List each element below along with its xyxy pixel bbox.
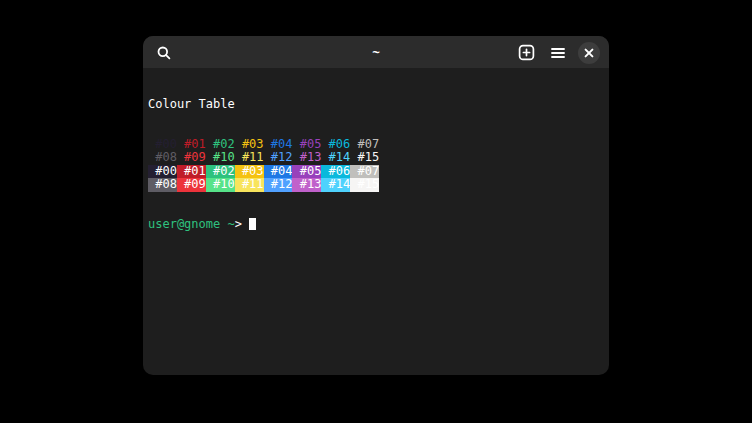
palette-cell: #12 (264, 151, 293, 164)
palette-cell: #14 (321, 178, 350, 191)
palette-cell: #11 (235, 151, 264, 164)
palette-cell: #08 (148, 178, 177, 191)
text-cursor (249, 218, 256, 230)
palette-cell: #09 (177, 151, 206, 164)
colour-table-heading: Colour Table (148, 98, 609, 111)
palette-row-fg: #00 #01 #02 #03 #04 #05 #06 #07 (148, 138, 609, 151)
palette-cell: #14 (321, 151, 350, 164)
search-button[interactable] (152, 41, 176, 65)
palette-cell: #02 (206, 165, 235, 178)
prompt-cwd: ~ (220, 217, 234, 231)
search-icon (156, 45, 172, 61)
palette-cell: #03 (235, 138, 264, 151)
palette-cell: #08 (148, 151, 177, 164)
close-icon (584, 48, 594, 58)
palette-cell: #11 (235, 178, 264, 191)
prompt-symbol: > (235, 217, 242, 231)
palette-cell: #05 (292, 138, 321, 151)
new-tab-icon (518, 44, 535, 61)
console-window: ~ (143, 36, 609, 375)
palette-cell: #01 (177, 138, 206, 151)
desktop: ~ (0, 0, 752, 423)
palette-row-fg: #08 #09 #10 #11 #12 #13 #14 #15 (148, 151, 609, 164)
palette-cell: #06 (321, 165, 350, 178)
prompt-user-host: user@gnome (148, 217, 220, 231)
terminal-screen[interactable]: Colour Table #00 #01 #02 #03 #04 #05 #06… (143, 69, 609, 375)
headerbar-controls (514, 41, 600, 65)
palette-row-bg: #00 #01 #02 #03 #04 #05 #06 #07 (148, 165, 609, 178)
new-tab-button[interactable] (514, 41, 538, 65)
palette-cell: #01 (177, 165, 206, 178)
palette-cell: #13 (292, 151, 321, 164)
headerbar: ~ (143, 36, 609, 69)
palette-cell: #02 (206, 138, 235, 151)
palette-cell: #00 (148, 138, 177, 151)
palette-row-bg: #08 #09 #10 #11 #12 #13 #14 #15 (148, 178, 609, 191)
palette-cell: #06 (321, 138, 350, 151)
palette-cell: #10 (206, 151, 235, 164)
colour-table-rows: #00 #01 #02 #03 #04 #05 #06 #07 #08 #09 … (148, 138, 609, 192)
close-button[interactable] (578, 42, 600, 64)
palette-cell: #05 (292, 165, 321, 178)
palette-cell: #04 (264, 165, 293, 178)
palette-cell: #15 (350, 178, 379, 191)
palette-cell: #04 (264, 138, 293, 151)
palette-cell: #07 (350, 138, 379, 151)
palette-cell: #10 (206, 178, 235, 191)
palette-cell: #09 (177, 178, 206, 191)
palette-cell: #07 (350, 165, 379, 178)
palette-cell: #00 (148, 165, 177, 178)
palette-cell: #13 (292, 178, 321, 191)
prompt-line: user@gnome ~> (148, 218, 609, 231)
palette-cell: #12 (264, 178, 293, 191)
palette-cell: #03 (235, 165, 264, 178)
palette-cell: #15 (350, 151, 379, 164)
hamburger-menu-icon (550, 45, 566, 61)
menu-button[interactable] (546, 41, 570, 65)
